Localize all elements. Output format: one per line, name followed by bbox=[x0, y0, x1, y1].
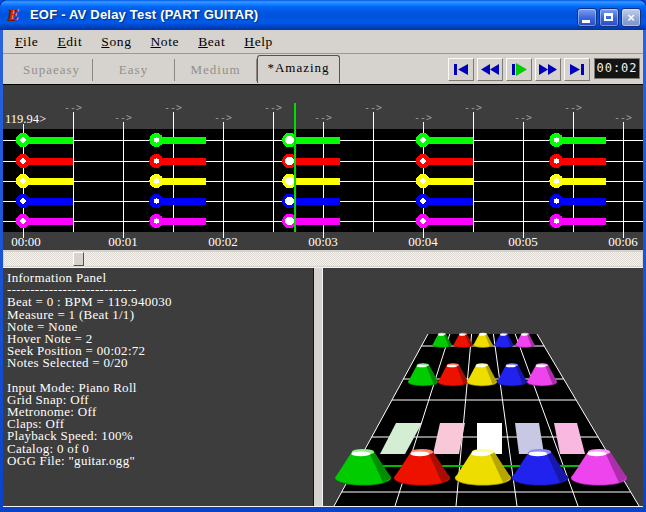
rewind-button[interactable] bbox=[477, 58, 503, 81]
note-sustain[interactable] bbox=[556, 198, 606, 205]
window-title: EOF - AV Delay Test (PART GUITAR) bbox=[30, 7, 258, 23]
note-sustain[interactable] bbox=[556, 158, 606, 165]
beat-arrow: --> bbox=[364, 102, 382, 113]
seek-scrollbar[interactable] bbox=[3, 250, 643, 267]
note-head-center bbox=[420, 137, 425, 142]
timestamp-label: 00:05 bbox=[508, 234, 538, 249]
menu-edit[interactable]: Edit bbox=[57, 34, 82, 50]
note-sustain[interactable] bbox=[23, 137, 73, 144]
scrollbar-thumb[interactable] bbox=[73, 252, 84, 266]
note-head-center bbox=[20, 137, 25, 142]
note-sustain[interactable] bbox=[556, 137, 606, 144]
note-head-center bbox=[554, 218, 559, 223]
close-button[interactable]: × bbox=[621, 8, 641, 27]
note-sustain[interactable] bbox=[23, 198, 73, 205]
note-sustain[interactable] bbox=[423, 137, 473, 144]
note-head-center bbox=[285, 136, 294, 145]
note-head-center bbox=[20, 198, 25, 203]
beat-arrow: --> bbox=[164, 102, 182, 113]
note-head-center bbox=[285, 217, 294, 226]
note-head-center bbox=[285, 197, 294, 206]
scrollbar-track[interactable] bbox=[4, 252, 642, 266]
timestamp-label: 00:06 bbox=[608, 234, 638, 249]
time-display: 00:02 bbox=[594, 58, 640, 79]
toolbar: Supaeasy Easy Medium *Amazing 00:02 bbox=[3, 54, 643, 85]
tab-medium[interactable]: Medium bbox=[175, 59, 257, 81]
menu-song[interactable]: Song bbox=[101, 34, 131, 50]
fast-forward-button[interactable] bbox=[535, 58, 561, 81]
note-sustain[interactable] bbox=[23, 178, 73, 185]
note-sustain[interactable] bbox=[156, 198, 206, 205]
note-head-center bbox=[420, 158, 425, 163]
note-head-center bbox=[154, 158, 159, 163]
timestamp-label: 00:01 bbox=[108, 234, 138, 249]
information-panel: Information Panel ----------------------… bbox=[3, 268, 313, 506]
note-sustain[interactable] bbox=[156, 137, 206, 144]
menu-note[interactable]: Note bbox=[151, 34, 180, 50]
menu-beat[interactable]: Beat bbox=[198, 34, 225, 50]
menu-bar: File Edit Song Note Beat Help bbox=[3, 30, 643, 54]
note-head-center bbox=[20, 218, 25, 223]
timestamp-label: 00:00 bbox=[11, 234, 41, 249]
maximize-button[interactable] bbox=[599, 8, 619, 27]
close-icon: × bbox=[622, 10, 640, 26]
info-notes-selected: Notes Selected = 0/20 bbox=[7, 357, 313, 369]
note-head-center bbox=[554, 137, 559, 142]
minimize-button[interactable] bbox=[577, 8, 597, 27]
note-sustain[interactable] bbox=[423, 198, 473, 205]
go-to-start-button[interactable] bbox=[448, 58, 474, 81]
beat-arrow: --> bbox=[414, 112, 432, 123]
go-to-end-icon bbox=[565, 59, 589, 80]
play-button[interactable] bbox=[506, 58, 532, 81]
note-head-center bbox=[285, 157, 294, 166]
beat-arrow: --> bbox=[64, 102, 82, 113]
tab-supaeasy[interactable]: Supaeasy bbox=[11, 59, 93, 81]
tab-easy[interactable]: Easy bbox=[93, 59, 175, 81]
beat-arrow: --> bbox=[314, 112, 332, 123]
note-sustain[interactable] bbox=[156, 218, 206, 225]
beat-arrow: --> bbox=[564, 102, 582, 113]
beat-arrow: --> bbox=[514, 112, 532, 123]
transport-controls: 00:02 bbox=[448, 58, 640, 81]
eof-window: { "window": { "title": "EOF - AV Delay T… bbox=[0, 0, 646, 512]
timestamp-label: 00:03 bbox=[308, 234, 338, 249]
beat-arrow: --> bbox=[214, 112, 232, 123]
titlebar: E EOF - AV Delay Test (PART GUITAR) × bbox=[0, 0, 646, 30]
piano-roll-canvas[interactable]: -->-->-->-->-->-->-->-->-->-->-->-->119.… bbox=[3, 85, 643, 250]
play-icon bbox=[507, 59, 531, 80]
note-head-center bbox=[154, 137, 159, 142]
note-sustain[interactable] bbox=[556, 178, 606, 185]
timestamp-label: 00:04 bbox=[408, 234, 438, 249]
note-head-center bbox=[20, 158, 25, 163]
note-head-center bbox=[154, 198, 159, 203]
menu-help[interactable]: Help bbox=[244, 34, 273, 50]
note-head-center bbox=[154, 178, 159, 183]
bpm-label: 119.94> bbox=[5, 112, 46, 126]
preview-3d-canvas bbox=[322, 268, 643, 506]
note-head-center bbox=[420, 178, 425, 183]
note-sustain[interactable] bbox=[156, 178, 206, 185]
go-to-end-button[interactable] bbox=[564, 58, 590, 81]
menu-file[interactable]: File bbox=[15, 34, 38, 50]
note-head-center bbox=[20, 178, 25, 183]
note-head-center bbox=[420, 198, 425, 203]
piano-roll[interactable]: -->-->-->-->-->-->-->-->-->-->-->-->119.… bbox=[3, 85, 643, 250]
info-ogg-file: OGG File: "guitar.ogg" bbox=[7, 455, 313, 467]
note-head-center bbox=[154, 218, 159, 223]
go-to-start-icon bbox=[449, 59, 473, 80]
note-sustain[interactable] bbox=[23, 158, 73, 165]
note-sustain[interactable] bbox=[556, 218, 606, 225]
app-icon: E bbox=[8, 6, 25, 24]
note-sustain[interactable] bbox=[423, 178, 473, 185]
beat-arrow: --> bbox=[464, 102, 482, 113]
note-sustain[interactable] bbox=[423, 158, 473, 165]
note-sustain[interactable] bbox=[423, 218, 473, 225]
preview-left-edge bbox=[322, 268, 323, 506]
note-sustain[interactable] bbox=[23, 218, 73, 225]
maximize-icon bbox=[604, 13, 613, 21]
note-sustain[interactable] bbox=[156, 158, 206, 165]
note-head-center bbox=[554, 158, 559, 163]
tab-amazing[interactable]: *Amazing bbox=[257, 55, 340, 83]
preview-3d-panel bbox=[322, 268, 643, 506]
fast-forward-icon bbox=[536, 59, 560, 80]
